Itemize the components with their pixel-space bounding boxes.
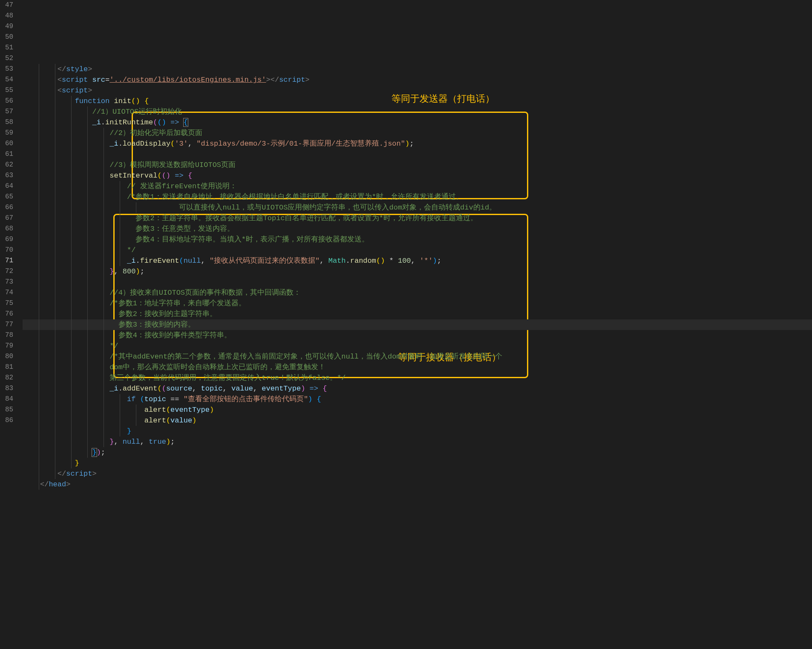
code-line[interactable]: }, 800); [23,266,812,277]
code-token: _i [92,118,101,126]
code-line[interactable]: //4）接收来自UIOTOS页面的事件和数据，其中回调函数： [23,287,812,298]
code-line[interactable]: <script> [23,85,812,96]
code-line[interactable]: _i.fireEvent(null, "接收从代码页面过来的仪表数据", Mat… [23,256,812,266]
code-line[interactable]: } [23,458,812,468]
code-line[interactable]: //3）模拟周期发送数据给UIOTOS页面 [23,160,812,170]
line-number: 86 [5,415,13,426]
line-number: 78 [5,330,13,341]
code-token: , [114,438,122,446]
code-line[interactable]: setInterval(() => { [23,170,812,181]
code-token: > [66,480,70,488]
code-line[interactable]: 参数4：接收到的事件类型字符串。 [23,330,812,341]
code-token: "displays/demo/3-示例/01-界面应用/生态智慧养殖.json" [196,140,405,148]
line-number: 71 [5,256,13,266]
code-token [305,385,309,393]
code-line[interactable]: _i.loadDisplay('3', "displays/demo/3-示例/… [23,138,812,149]
code-line[interactable]: alert(value) [23,415,812,426]
code-token: ) [433,257,437,265]
code-line[interactable]: /*参数1：发送者自身地址。接收器会根据地址白名单进行匹配，或者设置为*时，允许… [23,192,812,202]
code-token: > [88,86,92,95]
code-line[interactable] [23,149,812,160]
line-number: 59 [5,128,13,138]
code-token: alert [144,406,166,414]
code-token [170,172,175,180]
code-line[interactable]: 参数4：目标地址字符串。当填入*时，表示广播，对所有接收器都发送。 [23,234,812,245]
code-editor[interactable]: 4748495051525354555657585960616263646566… [0,0,812,649]
line-number: 75 [5,298,13,309]
code-line[interactable]: if (topic == "查看全部按钮的点击事件传给代码页") { [23,394,812,405]
code-line[interactable]: </head> [23,479,812,490]
code-token: { [322,385,327,393]
code-token: { [317,395,321,403]
code-line[interactable]: 可以直接传入null，或与UIOTOS应用侧约定字符串，也可以传入dom对象，会… [23,202,812,213]
code-token: */ [127,246,135,254]
code-token: . [101,118,105,126]
code-token: , [188,140,196,148]
code-token: ) [166,438,170,446]
code-line[interactable]: /*参数1：地址字符串，来自哪个发送器。 [23,298,812,309]
code-token: null [123,438,140,446]
line-number: 51 [5,43,13,53]
code-token: ; [170,438,175,446]
code-token: ) [192,416,196,425]
code-line[interactable]: //1）UIOTOS运行时初始化 [23,106,812,117]
code-token: // 发送器fireEvent使用说明： [127,182,237,190]
code-token: ) [301,385,305,393]
code-token: _i [109,140,118,148]
code-line[interactable]: _i.initRuntime(() => { [23,117,812,128]
code-token: </ [58,470,66,478]
code-line[interactable]: */ [23,245,812,256]
line-number: 63 [5,170,13,181]
code-line[interactable]: alert(eventType) [23,405,812,415]
code-line[interactable]: }); [23,447,812,458]
code-area[interactable]: 等同于发送器（打电话） 等同于接收器（接电话） </style> <script… [21,0,812,649]
code-token: ) [405,140,409,148]
line-number: 47 [5,0,13,11]
code-token: </ [58,65,66,73]
code-line[interactable]: </style> [23,64,812,75]
code-token: , [114,267,122,276]
code-line[interactable]: _i.addEvent((source, topic, value, event… [23,383,812,394]
code-line[interactable]: <script src='../custom/libs/iotosEngines… [23,75,812,85]
code-token: > [92,470,96,478]
code-token: } [127,427,131,435]
code-line[interactable]: }, null, true); [23,436,812,447]
code-token: script [279,76,305,84]
code-line[interactable]: 参数2：接收到的主题字符串。 [23,309,812,319]
code-line[interactable]: 参数3：任意类型，发送内容。 [23,224,812,234]
code-token: alert [144,416,166,425]
code-token: => [310,385,318,393]
code-line[interactable] [23,277,812,287]
line-number: 83 [5,383,13,394]
code-token: () [376,257,385,265]
code-line[interactable]: 第三个参数，当前代码调用，注意需要固定传入true！默认为false。*/ [23,373,812,383]
code-token: 参数4：接收到的事件类型字符串。 [109,331,231,339]
code-line[interactable]: //2）初始化完毕后加载页面 [23,128,812,138]
code-line[interactable]: dom中，那么再次监听时会自动释放上次已监听的，避免重复触发！ [23,362,812,373]
line-number: 48 [5,11,13,21]
code-line[interactable]: } [23,426,812,436]
code-line[interactable]: /*其中addEvent的第二个参数，通常是传入当前固定对象，也可以传入null… [23,351,812,362]
code-line[interactable]: // 发送器fireEvent使用说明： [23,181,812,192]
code-token: ) [135,267,140,276]
code-line[interactable]: 参数2：主题字符串。接收器会根据主题Topic白名单进行匹配，或者设置为*时，允… [23,213,812,224]
code-token: setInterval [109,172,157,180]
code-token: , [253,385,262,393]
code-line[interactable]: */ [23,341,812,351]
code-line[interactable]: 参数3：接收到的内容。 [23,319,812,330]
line-number: 81 [5,362,13,373]
code-token: true [149,438,166,446]
code-token: script [62,76,92,84]
code-line[interactable]: function init() { [23,96,812,106]
code-token: , [411,257,420,265]
code-token [140,97,144,105]
code-token: source [166,385,192,393]
code-token: init [114,97,131,105]
code-token: , [223,385,231,393]
code-line[interactable]: </script> [23,468,812,479]
line-number: 53 [5,64,13,75]
code-token: = [105,76,109,84]
code-token: topic [201,385,223,393]
line-number: 73 [5,277,13,287]
code-token: . [118,385,123,393]
